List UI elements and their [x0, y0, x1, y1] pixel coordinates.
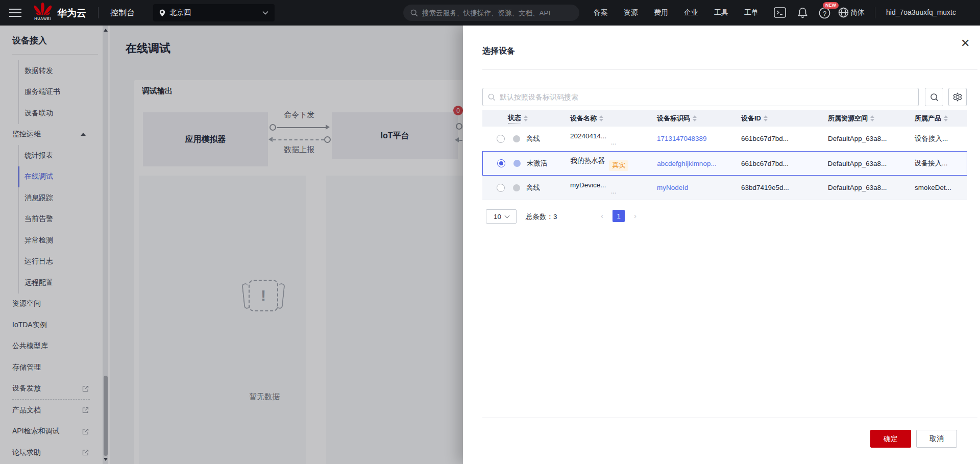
device-id-cell: 63bd7419e5d...: [735, 184, 822, 191]
topbar-link-工单[interactable]: 工单: [744, 8, 758, 17]
region-selector[interactable]: 北京四: [153, 4, 275, 21]
table-header: 状态设备名称设备标识码设备ID所属资源空间所属产品: [482, 110, 967, 127]
device-name-cell: myDevice......: [564, 181, 651, 194]
settings-button[interactable]: [948, 88, 967, 106]
cancel-button[interactable]: 取消: [916, 430, 957, 448]
resource-space-cell: DefaultApp_63a8...: [822, 160, 909, 167]
confirm-button[interactable]: 确定: [870, 430, 911, 448]
new-badge: NEW: [823, 2, 839, 9]
current-page[interactable]: 1: [612, 210, 625, 222]
select-device-dialog: ✕ 选择设备 状态设备名称设备标识码设备ID所: [463, 26, 980, 464]
pagination: 10 总条数：3 ‹ 1 ›: [482, 209, 789, 225]
column-header-设备ID[interactable]: 设备ID: [735, 114, 822, 123]
device-name-cell: 我的热水器真实: [565, 156, 651, 171]
location-pin-icon: [159, 9, 165, 17]
table-body: 离线20240414......1713147048389661bc67d7bd…: [482, 127, 967, 200]
product-cell: smokeDet...: [909, 184, 967, 191]
chevron-down-icon: [262, 11, 268, 15]
topbar-link-资源[interactable]: 资源: [624, 8, 638, 17]
page-size-select[interactable]: 10: [486, 209, 517, 224]
status-dot: [513, 135, 520, 142]
device-search-input[interactable]: [500, 93, 898, 101]
sort-icon[interactable]: [944, 115, 948, 121]
column-label: 状态: [508, 113, 521, 124]
column-label: 所属资源空间: [828, 114, 868, 123]
search-icon: [488, 93, 496, 101]
search-icon: [930, 93, 939, 102]
topbar-divider: [98, 7, 99, 18]
console-link[interactable]: 控制台: [110, 8, 135, 18]
status-text: 未激活: [527, 159, 548, 168]
topbar-link-备案[interactable]: 备案: [594, 8, 608, 17]
table-row[interactable]: 未激活我的热水器真实abcdefghijklmnop...661bc67d7bd…: [482, 151, 967, 176]
device-code-cell: myNodeId: [651, 184, 735, 191]
huawei-flower-icon: [33, 3, 53, 16]
column-header-状态[interactable]: 状态: [482, 113, 564, 124]
column-label: 所属产品: [915, 114, 941, 123]
real-device-tag: 真实: [609, 160, 628, 171]
table-row[interactable]: 离线myDevice......myNodeId63bd7419e5d...De…: [482, 176, 967, 200]
radio-button[interactable]: [497, 135, 505, 143]
status-cell: 离线: [482, 183, 564, 192]
prev-page-icon[interactable]: ‹: [601, 211, 603, 220]
close-icon[interactable]: ✕: [961, 38, 970, 49]
topbar-link-工具[interactable]: 工具: [714, 8, 728, 17]
total-count: 总条数：3: [526, 212, 557, 222]
sort-icon[interactable]: [599, 115, 603, 121]
global-search[interactable]: [403, 5, 579, 21]
radio-button[interactable]: [497, 184, 505, 192]
column-label: 设备名称: [570, 114, 597, 123]
sort-icon[interactable]: [693, 115, 697, 121]
account-menu[interactable]: hid_7oa3uuxfq_muxtc: [886, 8, 956, 16]
sort-icon[interactable]: [764, 115, 768, 121]
svg-text:?: ?: [823, 10, 826, 17]
device-code-link[interactable]: 1713147048389: [657, 135, 707, 142]
status-dot: [513, 184, 520, 191]
column-header-所属产品[interactable]: 所属产品: [909, 114, 967, 123]
notifications-bell-icon[interactable]: [797, 7, 808, 20]
menu-icon[interactable]: [9, 9, 21, 17]
device-code-cell: 1713147048389: [651, 135, 735, 142]
search-icon: [410, 9, 418, 17]
help-icon[interactable]: ?: [819, 7, 830, 21]
column-header-所属资源空间[interactable]: 所属资源空间: [822, 114, 909, 123]
column-label: 设备ID: [741, 114, 761, 123]
huawei-logo[interactable]: HUAWEI: [32, 3, 54, 20]
topbar-link-企业[interactable]: 企业: [684, 8, 698, 17]
column-header-设备标识码[interactable]: 设备标识码: [651, 114, 735, 123]
language-globe-icon[interactable]: [838, 7, 849, 20]
device-search-box[interactable]: [482, 88, 919, 106]
dialog-footer-divider: [482, 418, 977, 418]
region-name: 北京四: [169, 8, 262, 17]
sort-icon[interactable]: [524, 115, 528, 121]
topbar: HUAWEI 华为云 控制台 北京四 备案资源费用企业工具工单: [0, 0, 980, 26]
dialog-title-divider: [482, 69, 977, 70]
device-name-ellipsis: ...: [611, 140, 651, 145]
device-name: 20240414...: [570, 132, 606, 140]
table-row[interactable]: 离线20240414......1713147048389661bc67d7bd…: [482, 127, 967, 151]
console-terminal-icon[interactable]: [774, 7, 786, 20]
status-cell: 离线: [482, 134, 564, 143]
dialog-title: 选择设备: [482, 46, 515, 57]
status-text: 离线: [526, 134, 540, 143]
screen: HUAWEI 华为云 控制台 北京四 备案资源费用企业工具工单: [0, 0, 980, 464]
global-search-input[interactable]: [422, 9, 565, 17]
chevron-down-icon: [505, 213, 510, 218]
topbar-link-费用[interactable]: 费用: [654, 8, 668, 17]
topbar-divider-2: [875, 7, 875, 18]
device-name: 我的热水器: [571, 156, 605, 165]
sort-icon[interactable]: [870, 115, 874, 121]
next-page-icon[interactable]: ›: [634, 211, 636, 220]
resource-space-cell: DefaultApp_63a8...: [822, 135, 909, 142]
device-code-link[interactable]: abcdefghijklmnop...: [657, 160, 716, 167]
device-table: 状态设备名称设备标识码设备ID所属资源空间所属产品 离线20240414....…: [482, 110, 967, 200]
radio-button[interactable]: [497, 159, 505, 167]
language-label[interactable]: 简体: [850, 8, 865, 17]
column-header-设备名称[interactable]: 设备名称: [564, 114, 651, 123]
huawei-logo-text: HUAWEI: [32, 17, 54, 20]
search-button[interactable]: [925, 88, 943, 106]
product-cell: 设备接入...: [909, 134, 967, 143]
device-id-cell: 661bc67d7bd...: [735, 160, 822, 167]
device-code-link[interactable]: myNodeId: [657, 184, 689, 191]
column-label: 设备标识码: [657, 114, 690, 123]
